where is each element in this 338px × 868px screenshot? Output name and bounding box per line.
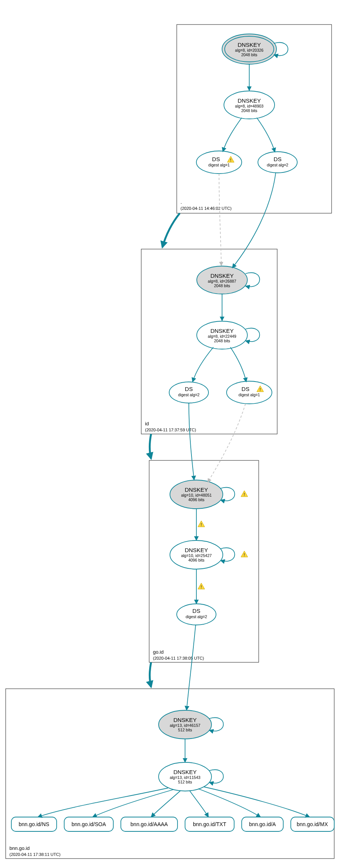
edge-goid-ds-bnn-ksk [187,625,196,710]
root-ds2-node: DS digest alg=2 [258,152,297,173]
rr-soa: bnn.go.id/SOA [64,817,113,831]
svg-text:bnn.go.id/AAAA: bnn.go.id/AAAA [131,821,168,827]
svg-text:512 bits: 512 bits [178,728,192,732]
rr-a: bnn.go.id/A [242,817,283,831]
svg-text:2048 bits: 2048 bits [214,283,230,288]
svg-text:DS: DS [212,156,220,162]
svg-text:DS: DS [185,386,193,392]
svg-text:2048 bits: 2048 bits [241,108,258,113]
svg-text:digest alg=2: digest alg=2 [178,392,200,397]
svg-text:DNSKEY: DNSKEY [185,486,208,493]
edge-id-ds2-goid-ksk [189,403,194,480]
warning-icon: ! [241,551,248,557]
edge-id-zsk-ds2 [193,347,213,382]
edge-root-zsk-ds2 [257,118,275,152]
zone-arrow-root-id [162,213,180,247]
edge-root-zsk-ds1 [223,118,242,152]
id-zsk-node: DNSKEY alg=8, id=22449 2048 bits [197,321,247,349]
zone-id-name: id [145,421,149,426]
svg-text:DNSKEY: DNSKEY [238,97,261,104]
svg-text:!: ! [230,158,231,162]
svg-text:alg=10, id=25427: alg=10, id=25427 [181,553,211,558]
warning-icon: ! [241,491,248,497]
edge-root-ds1-id-ksk [219,174,221,266]
zone-arrow-id-goid [150,434,151,459]
svg-text:!: ! [244,492,245,497]
zone-root-name: . [181,199,182,205]
root-ksk-node: DNSKEY alg=8, id=20326 2048 bits [222,34,276,64]
rr-mx: bnn.go.id/MX [291,817,334,831]
root-zsk-node: DNSKEY alg=8, id=48903 2048 bits [224,91,275,119]
svg-text:digest alg=2: digest alg=2 [267,163,289,167]
warning-icon: ! [198,583,205,589]
goid-ksk-node: DNSKEY alg=10, id=48051 4096 bits [170,480,223,509]
svg-text:digest alg=1: digest alg=1 [208,163,230,167]
warning-icon: ! [198,521,205,527]
svg-point-14 [258,152,297,173]
svg-text:alg=8, id=20326: alg=8, id=20326 [235,48,263,52]
svg-text:512 bits: 512 bits [178,780,192,784]
svg-text:!: ! [201,523,202,527]
edge-bnn-zsk-mx [204,787,310,817]
svg-text:alg=13, id=11543: alg=13, id=11543 [170,775,200,780]
svg-text:4096 bits: 4096 bits [188,497,205,502]
edge-bnn-zsk-txt [190,791,208,817]
svg-text:!: ! [244,553,245,557]
zone-goid-name: go.id [153,649,164,655]
svg-text:bnn.go.id/A: bnn.go.id/A [249,821,276,827]
svg-text:DNSKEY: DNSKEY [173,769,197,775]
id-ds2-node: DS digest alg=2 [169,382,208,403]
goid-zsk-node: DNSKEY alg=10, id=25427 4096 bits [170,540,223,569]
svg-text:DNSKEY: DNSKEY [173,717,197,723]
svg-text:DS: DS [242,386,250,392]
svg-text:4096 bits: 4096 bits [188,558,205,562]
svg-text:alg=8, id=48903: alg=8, id=48903 [235,104,263,108]
edge-id-ds1-goid-ksk [208,404,245,482]
edge-bnn-zsk-soa [93,790,174,817]
bnn-zsk-node: DNSKEY alg=13, id=11543 512 bits [159,762,211,791]
bnn-ksk-node: DNSKEY alg=13, id=46157 512 bits [159,710,211,739]
svg-text:!: ! [201,585,202,589]
svg-text:alg=8, id=22449: alg=8, id=22449 [208,334,236,339]
svg-text:alg=10, id=48051: alg=10, id=48051 [181,493,211,497]
zone-root-ts: (2020-04-11 14:46:02 UTC) [181,206,232,211]
svg-text:bnn.go.id/SOA: bnn.go.id/SOA [71,821,106,827]
svg-text:alg=13, id=46157: alg=13, id=46157 [170,723,200,728]
zone-bnn-name: bnn.go.id [9,845,30,851]
svg-text:digest alg=2: digest alg=2 [186,614,207,619]
svg-text:bnn.go.id/MX: bnn.go.id/MX [297,821,328,827]
svg-text:DS: DS [274,156,282,162]
svg-text:2048 bits: 2048 bits [214,339,230,343]
svg-text:DNSKEY: DNSKEY [185,547,208,553]
zone-bnn-ts: (2020-04-11 17:38:11 UTC) [9,852,60,857]
id-ds1-node: DS digest alg=1 ! [227,381,272,404]
svg-text:alg=8, id=26887: alg=8, id=26887 [208,279,236,283]
svg-text:DNSKEY: DNSKEY [210,328,234,334]
svg-text:!: ! [259,388,261,392]
root-ds1-node: DS digest alg=1 ! [196,151,242,174]
rr-txt: bnn.go.id/TXT [185,817,234,831]
svg-text:2048 bits: 2048 bits [241,52,258,57]
edge-root-ds2-id-ksk [232,173,276,268]
svg-text:bnn.go.id/TXT: bnn.go.id/TXT [193,821,226,827]
goid-ds-node: DS digest alg=2 [177,604,216,625]
rr-aaaa: bnn.go.id/AAAA [121,817,177,831]
edge-id-zsk-ds1 [230,347,246,382]
zone-goid-ts: (2020-04-11 17:38:05 UTC) [153,656,204,660]
zone-id-ts: (2020-04-11 17:37:59 UTC) [145,428,196,432]
rr-ns: bnn.go.id/NS [11,817,57,831]
svg-text:DNSKEY: DNSKEY [210,272,234,279]
id-ksk-node: DNSKEY alg=8, id=26887 2048 bits [197,266,247,294]
svg-text:bnn.go.id/NS: bnn.go.id/NS [19,821,49,827]
svg-text:digest alg=1: digest alg=1 [239,392,260,397]
svg-text:DNSKEY: DNSKEY [238,42,261,48]
svg-point-9 [196,151,242,174]
svg-text:DS: DS [193,608,201,614]
zone-arrow-goid-bnn [150,662,151,687]
